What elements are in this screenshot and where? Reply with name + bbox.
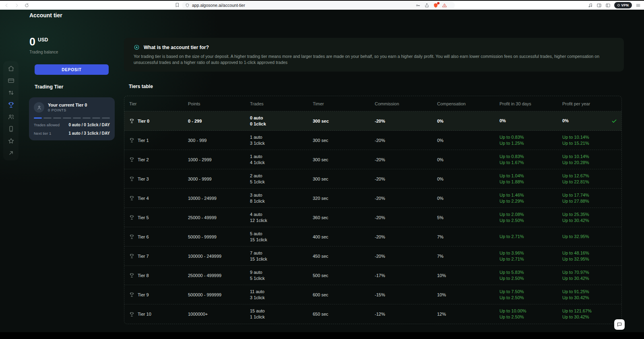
profit-year-cell: Up to 25.35%Up to 30.42%	[562, 212, 607, 224]
reload-button[interactable]	[24, 3, 29, 8]
timer-cell: 300 sec	[313, 177, 375, 181]
timer-cell: 300 sec	[313, 138, 375, 143]
trophy-icon	[129, 157, 134, 162]
trophy-icon	[129, 234, 134, 239]
tier-row[interactable]: Tier 00 - 2990 auto0 1click300 sec-20%0%…	[124, 111, 621, 131]
forward-button[interactable]	[14, 3, 19, 8]
profit-year-cell: Up to 121.67%Up to 30.42%	[562, 308, 607, 320]
trades-allowed-row: Trades allowed 0 auto / 0 1click / DAY	[34, 123, 110, 127]
tier-name-cell: Tier 2	[129, 157, 188, 162]
tiers-table-heading: Tiers table	[129, 84, 153, 89]
tier-name-cell: Tier 7	[129, 253, 188, 259]
tier-row[interactable]: Tier 8250000 - 4999999 auto5 1click500 s…	[124, 266, 621, 285]
trading-tier-heading: Trading Tier	[35, 84, 63, 90]
profit-30-cell: Up to 2.08%Up to 2.50%	[500, 212, 562, 224]
avatar	[34, 102, 44, 113]
tier-row[interactable]: Tier 7100000 - 2499997 auto15 1click450 …	[124, 247, 621, 266]
balance-amount: 0	[29, 36, 35, 47]
profit-30-cell: Up to 0.83%Up to 1.25%	[500, 134, 562, 146]
deposit-button[interactable]: DEPOSIT	[35, 64, 109, 75]
col-compensation: Compensation	[437, 101, 500, 106]
profit-30-cell: Up to 7.50%Up to 2.50%	[500, 289, 562, 301]
compensation-cell: 0%	[437, 119, 500, 123]
star-icon[interactable]	[8, 138, 14, 144]
balance-label: Trading balance	[29, 50, 58, 54]
tiers-rows: Tier 00 - 2990 auto0 1click300 sec-20%0%…	[124, 111, 621, 324]
commission-cell: -20%	[375, 234, 437, 239]
points-cell: 500000 - 999999	[188, 292, 250, 297]
tier-name-cell: Tier 3	[129, 176, 188, 181]
trades-allowed-label: Trades allowed	[34, 123, 60, 127]
url-text: app.algosone.ai/account-tier	[192, 3, 245, 8]
menu-icon[interactable]	[636, 3, 641, 8]
page-title: Account tier	[29, 12, 62, 18]
current-check-icon	[607, 118, 621, 124]
brave-shield-icon[interactable]	[433, 3, 438, 8]
tier-name-cell: Tier 5	[129, 215, 188, 220]
tier-row[interactable]: Tier 650000 - 999995 auto15 1click400 se…	[124, 227, 621, 247]
tier-row[interactable]: Tier 410000 - 249993 auto8 1click320 sec…	[124, 189, 621, 208]
timer-cell: 300 sec	[313, 119, 375, 123]
bookmark-icon[interactable]	[175, 2, 180, 8]
timer-cell: 500 sec	[313, 273, 375, 278]
account-tier-icon[interactable]	[8, 101, 14, 108]
media-icon[interactable]	[588, 3, 593, 8]
wallet-icon[interactable]	[8, 77, 14, 84]
commission-cell: -12%	[375, 312, 437, 316]
col-trades: Trades	[250, 101, 313, 106]
tier-row[interactable]: Tier 1300 - 9991 auto3 1click300 sec-20%…	[124, 131, 621, 150]
address-bar[interactable]: app.algosone.ai/account-tier	[182, 2, 455, 9]
compensation-cell: 7%	[437, 254, 500, 259]
profit-year-cell: Up to 91.25%Up to 30.42%	[562, 289, 607, 301]
tiers-table: Tier Points Trades Timer Commission Comp…	[124, 96, 622, 324]
points-cell: 250000 - 499999	[188, 273, 250, 278]
referrals-icon[interactable]	[8, 113, 14, 120]
trades-cell: 15 auto1 1click	[250, 308, 313, 320]
external-link-icon[interactable]	[8, 150, 14, 156]
chat-button[interactable]	[614, 319, 625, 330]
tier-row[interactable]: Tier 33000 - 99992 auto5 1click300 sec-2…	[124, 169, 621, 189]
compensation-cell: 10%	[437, 273, 500, 278]
home-icon[interactable]	[8, 65, 14, 72]
commission-cell: -15%	[375, 292, 437, 297]
tier-row[interactable]: Tier 101000000+15 auto1 1click650 sec-12…	[124, 304, 621, 324]
compensation-cell: 12%	[437, 312, 500, 316]
device-icon[interactable]	[8, 125, 14, 132]
transfers-icon[interactable]	[8, 89, 14, 96]
toolbar-extensions	[415, 1, 447, 10]
app-root: Account tier 0 USD Trading balance DEPOS…	[0, 10, 644, 332]
points-cell: 300 - 999	[188, 138, 250, 143]
profit-year-cell: 0%	[562, 118, 607, 124]
compensation-cell: 0%	[437, 177, 500, 181]
warning-icon[interactable]	[442, 3, 447, 8]
tier-row[interactable]: Tier 21000 - 29991 auto4 1click300 sec-2…	[124, 150, 621, 169]
points-cell: 50000 - 99999	[188, 234, 250, 239]
tier-name-cell: Tier 4	[129, 195, 188, 201]
vpn-dot-icon	[617, 4, 620, 6]
compensation-cell: 0%	[437, 196, 500, 201]
commission-cell: -20%	[375, 177, 437, 181]
timer-cell: 650 sec	[313, 312, 375, 316]
reading-list-icon[interactable]	[605, 3, 611, 8]
profit-year-cell: Up to 32.95%	[562, 234, 607, 240]
trophy-icon	[129, 253, 134, 259]
col-points: Points	[188, 101, 250, 106]
trophy-icon	[129, 312, 134, 317]
trophy-icon	[129, 292, 134, 297]
points-cell: 10000 - 24999	[188, 196, 250, 201]
key-icon[interactable]	[415, 3, 421, 8]
back-button[interactable]	[4, 3, 9, 8]
commission-cell: -20%	[375, 138, 437, 143]
points-cell: 1000 - 2999	[188, 157, 250, 162]
trades-cell: 11 auto3 1click	[250, 289, 313, 301]
tier-row[interactable]: Tier 9500000 - 99999911 auto3 1click600 …	[124, 285, 621, 304]
share-icon[interactable]	[424, 3, 429, 8]
profit-30-cell: Up to 5.83%Up to 2.50%	[500, 269, 562, 281]
tier-name-cell: Tier 8	[129, 273, 188, 278]
tier-row[interactable]: Tier 525000 - 499994 auto12 1click360 se…	[124, 208, 621, 227]
profit-30-cell: Up to 1.46%Up to 2.29%	[500, 192, 562, 204]
vpn-button[interactable]: VPN	[614, 2, 632, 8]
sidebar-panel-icon[interactable]	[597, 3, 602, 8]
timer-cell: 300 sec	[313, 157, 375, 162]
balance-currency: USD	[38, 37, 48, 43]
